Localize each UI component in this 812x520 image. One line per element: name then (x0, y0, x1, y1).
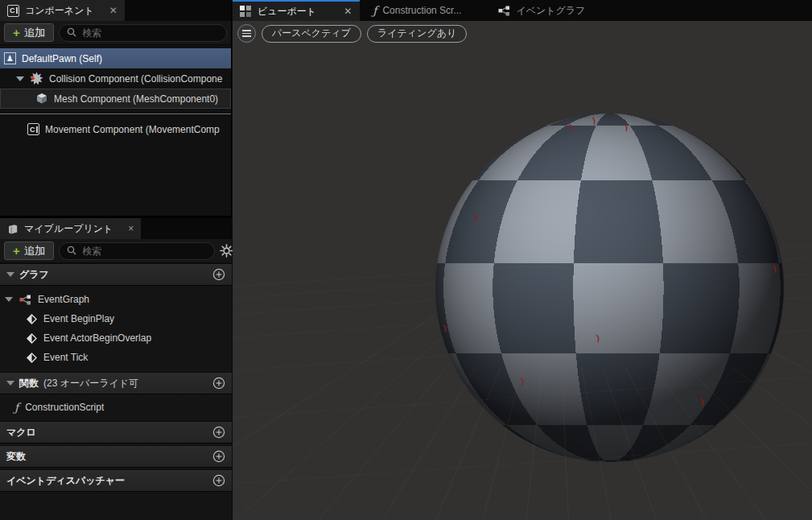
function-icon: ƒ (373, 4, 377, 17)
components-tabstrip: C コンポーネント ✕ (0, 0, 231, 21)
plus-icon: + (13, 27, 20, 39)
chevron-down-icon[interactable] (6, 272, 14, 277)
book-icon (7, 224, 19, 234)
collision-icon (30, 72, 43, 85)
add-dispatcher-icon[interactable] (212, 474, 225, 487)
add-blueprint-item-button[interactable]: + 追加 (4, 241, 54, 260)
left-column: C コンポーネント ✕ + 追加 ♟ DefaultPawn (Self (0, 0, 232, 520)
mesh-icon (35, 93, 48, 105)
graph-item-event-beginplay[interactable]: Event BeginPlay (0, 309, 232, 328)
graph-item-eventgraph[interactable]: EventGraph (0, 290, 232, 309)
tab-viewport[interactable]: ビューポート ✕ (233, 0, 360, 21)
section-header-macro[interactable]: マクロ (0, 421, 232, 444)
tab-construction-script[interactable]: ƒ Construction Scr... (365, 0, 469, 21)
section-header-dispatchers[interactable]: イベントディスパッチャー (0, 469, 232, 492)
viewport-overlay-toolbar: パースペクティブ ライティングあり (237, 24, 467, 43)
components-search[interactable] (59, 24, 227, 42)
viewport-3d-area[interactable]: パースペクティブ ライティングあり (233, 21, 812, 520)
tree-row-collision[interactable]: Collision Component (CollisionCompone (0, 68, 231, 89)
myblueprint-panel: マイブループリント × + 追加 グラフ (0, 218, 232, 520)
viewport-grid-icon (240, 6, 251, 17)
tree-row-mesh[interactable]: Mesh Component (MeshComponent0) (0, 89, 231, 109)
event-icon (27, 353, 37, 363)
eventgraph-icon (498, 6, 510, 16)
plus-icon: + (13, 245, 20, 257)
eventgraph-icon (19, 295, 31, 305)
close-icon[interactable]: ✕ (344, 6, 352, 17)
event-icon (27, 314, 37, 324)
add-macro-icon[interactable] (212, 426, 225, 439)
tab-construction-label: Construction Scr... (382, 5, 461, 16)
function-item-constructionscript[interactable]: ƒ ConstructionScript (0, 398, 232, 417)
chevron-down-icon[interactable] (6, 381, 14, 386)
components-search-input[interactable] (82, 27, 219, 39)
settings-gear-icon[interactable] (220, 244, 233, 258)
graph-item-event-tick[interactable]: Event Tick (0, 348, 232, 367)
viewport-3d-canvas[interactable] (233, 21, 812, 520)
myblueprint-search-input[interactable] (82, 246, 207, 257)
viewport-menu-icon[interactable] (237, 24, 256, 43)
add-function-icon[interactable] (212, 377, 225, 390)
add-variable-icon[interactable] (212, 450, 225, 463)
components-panel: C コンポーネント ✕ + 追加 ♟ DefaultPawn (Self (0, 0, 231, 139)
lit-mode-button[interactable]: ライティングあり (367, 25, 467, 43)
tree-row-movement[interactable]: C Movement Component (MovementComp (0, 119, 231, 139)
add-graph-icon[interactable] (212, 268, 225, 281)
chevron-down-icon[interactable] (16, 76, 24, 81)
graph-item-event-actorbeginoverlap[interactable]: Event ActorBeginOverlap (0, 328, 232, 348)
viewport-tabstrip: ビューポート ✕ ƒ Construction Scr... イベントグラフ (233, 0, 812, 21)
tab-eventgraph-label: イベントグラフ (516, 4, 585, 18)
myblueprint-tabstrip: マイブループリント × (0, 218, 232, 239)
section-header-graph[interactable]: グラフ (0, 263, 232, 286)
blueprint-class-icon: C (27, 123, 39, 135)
inherited-divider (0, 113, 231, 114)
search-icon (67, 27, 77, 38)
unreal-editor-window: C コンポーネント ✕ + 追加 ♟ DefaultPawn (Self (0, 0, 812, 520)
chevron-down-icon[interactable] (5, 297, 13, 302)
myblueprint-search[interactable] (59, 242, 215, 260)
section-header-functions[interactable]: 関数 (23 オーバーライド可 (0, 372, 232, 394)
blueprint-class-icon: C (7, 5, 19, 17)
components-toolbar: + 追加 (0, 21, 231, 45)
pawn-icon: ♟ (4, 52, 16, 64)
tree-row-defaultpawn[interactable]: ♟ DefaultPawn (Self) (0, 48, 231, 68)
close-icon[interactable]: × (128, 224, 134, 233)
tab-myblueprint[interactable]: マイブループリント × (0, 218, 141, 239)
viewport-column: ビューポート ✕ ƒ Construction Scr... イベントグラフ (233, 0, 812, 520)
section-header-variables[interactable]: 変数 (0, 445, 232, 468)
event-icon (27, 333, 37, 344)
tab-components-label: コンポーネント (25, 4, 94, 18)
add-component-button[interactable]: + 追加 (4, 23, 54, 42)
perspective-button[interactable]: パースペクティブ (262, 25, 361, 43)
tab-eventgraph[interactable]: イベントグラフ (490, 0, 593, 21)
tab-myblueprint-label: マイブループリント (24, 222, 113, 236)
tab-viewport-label: ビューポート (258, 5, 316, 19)
search-icon (67, 246, 77, 256)
myblueprint-toolbar: + 追加 (0, 239, 232, 263)
components-tree: ♟ DefaultPawn (Self) Collision Component… (0, 45, 231, 139)
function-icon: ƒ (14, 401, 19, 414)
close-icon[interactable]: ✕ (109, 6, 117, 15)
tab-components[interactable]: C コンポーネント ✕ (0, 0, 125, 21)
